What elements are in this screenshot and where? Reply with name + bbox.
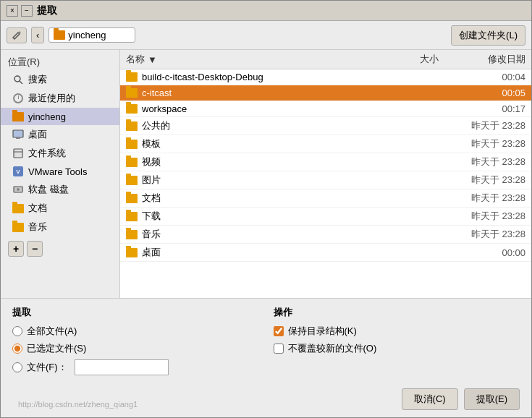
add-location-button[interactable]: + (8, 241, 24, 257)
cancel-button[interactable]: 取消(C) (402, 388, 458, 410)
col-date-header[interactable]: 修改日期 (439, 53, 525, 66)
vmware-icon: V (12, 166, 24, 177)
file-row-name: 桌面 (126, 246, 395, 259)
create-folder-button[interactable]: 创建文件夹(L) (451, 25, 525, 46)
file-list-panel: 名称 ▼ 大小 修改日期 build-c-itcast-Desktop-Debu… (120, 50, 531, 298)
sidebar-item-label: 文件系统 (28, 147, 66, 160)
filesystem-icon (12, 148, 24, 159)
radio-selected-files[interactable]: 已选定文件(S) (12, 342, 259, 355)
file-list: build-c-itcast-Desktop-Debug00:04c-itcas… (120, 69, 531, 298)
sidebar-item-filesystem[interactable]: 文件系统 (1, 144, 119, 163)
checkbox-keep-structure-input[interactable] (274, 326, 284, 336)
radio-selected-files-label: 已选定文件(S) (27, 342, 86, 355)
sidebar-item-label: yincheng (28, 111, 66, 122)
sort-icon: ▼ (148, 54, 157, 65)
minimize-button[interactable]: − (21, 5, 33, 17)
sidebar-item-search[interactable]: 搜索 (1, 70, 119, 89)
folder-icon (54, 30, 65, 40)
folder-icon (126, 72, 138, 82)
table-row[interactable]: c-itcast00:05 (120, 85, 531, 101)
radio-file[interactable]: 文件(F)： (12, 359, 259, 375)
file-name: 图片 (142, 174, 161, 187)
checkbox-no-overwrite-input[interactable] (274, 344, 284, 354)
radio-group: 全部文件(A) 已选定文件(S) 文件(F)： (12, 325, 259, 375)
close-button[interactable]: × (7, 5, 18, 17)
sidebar-item-label: 桌面 (28, 128, 47, 141)
bottom-panel: 提取 全部文件(A) 已选定文件(S) 文件(F)： (1, 298, 531, 417)
file-date: 00:17 (439, 103, 525, 114)
sidebar-section-label: 位置(R) (1, 54, 119, 70)
edit-button[interactable] (7, 27, 27, 43)
col-size-header[interactable]: 大小 (395, 53, 439, 66)
folder-icon (126, 140, 138, 149)
table-row[interactable]: workspace00:17 (120, 101, 531, 117)
sidebar-item-recent[interactable]: 最近使用的 (1, 89, 119, 108)
file-date: 昨天于 23:28 (439, 174, 525, 187)
checkbox-keep-structure[interactable]: 保持目录结构(K) (274, 325, 520, 338)
back-button[interactable]: ‹ (31, 27, 44, 43)
breadcrumb-label: yincheng (68, 30, 106, 40)
radio-all-files[interactable]: 全部文件(A) (12, 325, 259, 338)
file-name: 模板 (142, 137, 161, 150)
file-name: 公共的 (142, 119, 170, 132)
checkbox-keep-structure-label: 保持目录结构(K) (288, 325, 357, 338)
table-row[interactable]: 模板昨天于 23:28 (120, 135, 531, 153)
radio-file-label: 文件(F)： (27, 361, 67, 374)
col-name-header[interactable]: 名称 ▼ (126, 53, 395, 66)
window-title: 提取 (37, 4, 57, 17)
create-folder-btn[interactable]: 创建文件夹(L) (451, 25, 525, 46)
sidebar-item-vmware[interactable]: V VMware Tools (1, 163, 119, 180)
sidebar-item-label: 文档 (28, 202, 47, 215)
radio-selected-files-input[interactable] (12, 344, 22, 354)
toolbar: ‹ yincheng 创建文件夹(L) (1, 21, 531, 50)
table-row[interactable]: 桌面00:00 (120, 244, 531, 262)
main-window: × − 提取 ‹ yincheng 创建文件夹(L) (0, 0, 532, 418)
file-date: 昨天于 23:28 (439, 192, 525, 205)
file-name: 文档 (142, 192, 161, 205)
table-row[interactable]: 视频昨天于 23:28 (120, 153, 531, 171)
sidebar-item-label: 音乐 (28, 221, 47, 234)
folder-icon (126, 194, 138, 203)
sidebar-item-disk[interactable]: 软盘 磁盘 (1, 180, 119, 199)
folder-icon (126, 248, 138, 257)
checkbox-no-overwrite[interactable]: 不覆盖较新的文件(O) (274, 342, 520, 355)
bottom-buttons: 取消(C) 提取(E) (402, 388, 520, 410)
table-row[interactable]: 下载昨天于 23:28 (120, 208, 531, 226)
breadcrumb[interactable]: yincheng (48, 27, 135, 43)
radio-file-input[interactable] (12, 362, 22, 372)
file-date: 昨天于 23:28 (439, 155, 525, 169)
file-text-input[interactable] (75, 359, 169, 375)
disk-icon (12, 184, 24, 195)
svg-rect-3 (16, 137, 20, 139)
remove-location-button[interactable]: − (27, 241, 43, 257)
sidebar-item-label: 软盘 磁盘 (28, 183, 69, 196)
folder-icon (126, 176, 138, 185)
folder-icon (126, 212, 138, 221)
file-date: 00:00 (439, 247, 525, 258)
file-name: 下载 (142, 210, 161, 223)
extract-button[interactable]: 提取(E) (464, 388, 520, 410)
table-row[interactable]: 图片昨天于 23:28 (120, 171, 531, 189)
file-name: build-c-itcast-Desktop-Debug (142, 72, 263, 82)
table-row[interactable]: 公共的昨天于 23:28 (120, 117, 531, 135)
sidebar-item-music[interactable]: 音乐 (1, 218, 119, 236)
operation-section: 操作 保持目录结构(K) 不覆盖较新的文件(O) (274, 306, 520, 375)
back-icon: ‹ (36, 30, 39, 40)
documents-icon (12, 202, 24, 214)
table-row[interactable]: 音乐昨天于 23:28 (120, 226, 531, 244)
file-row-name: workspace (126, 103, 395, 114)
file-name: 音乐 (142, 228, 161, 241)
file-date: 昨天于 23:28 (439, 119, 525, 132)
file-row-name: 模板 (126, 137, 395, 150)
sidebar-item-label: 最近使用的 (28, 92, 75, 105)
music-icon (12, 221, 24, 233)
window-controls: × − (7, 5, 33, 17)
table-row[interactable]: 文档昨天于 23:28 (120, 189, 531, 208)
svg-line-1 (20, 81, 22, 84)
sidebar-item-yincheng[interactable]: yincheng (1, 108, 119, 125)
checkbox-no-overwrite-label: 不覆盖较新的文件(O) (288, 342, 377, 355)
table-row[interactable]: build-c-itcast-Desktop-Debug00:04 (120, 69, 531, 85)
radio-all-files-input[interactable] (12, 326, 22, 336)
sidebar-item-documents[interactable]: 文档 (1, 199, 119, 218)
sidebar-item-desktop[interactable]: 桌面 (1, 125, 119, 144)
